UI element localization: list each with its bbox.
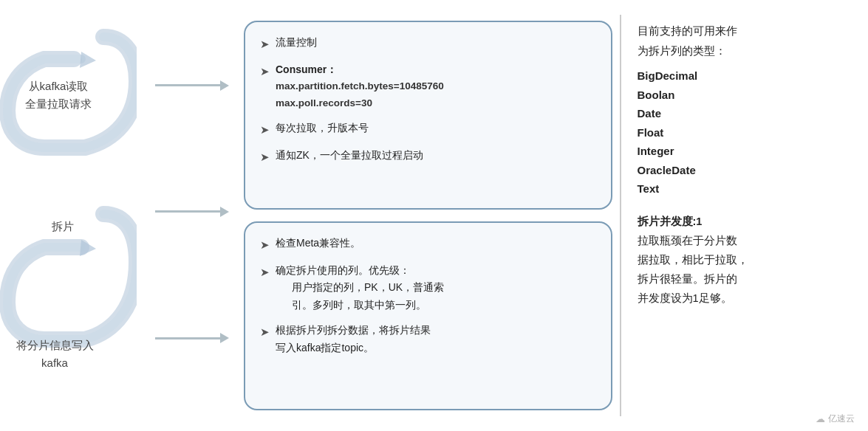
type-Integer: Integer (638, 142, 855, 161)
bullet-icon-3: ➤ (260, 120, 270, 139)
top-box-item-3: ➤ 每次拉取，升版本号 (260, 120, 596, 139)
type-Boolan: Boolan (638, 86, 855, 105)
bottom-item-2-text: 确定拆片使用的列。优先级： 用户指定的列，PK，UK，普通索引。多列时，取其中第… (276, 262, 596, 314)
left-section: 从kafka读取 全量拉取请求 拆片 将分片信息写入 kafka (0, 7, 148, 424)
watermark-text: 亿速云 (828, 413, 855, 425)
arrow-bottom (155, 333, 229, 343)
right-intro: 目前支持的可用来作 为拆片列的类型： (638, 21, 855, 61)
watermark: ☁ 亿速云 (816, 413, 855, 425)
bullet-icon-1: ➤ (260, 35, 270, 54)
label-kafka-write: 将分片信息写入 kafka (3, 337, 106, 372)
top-box-item-1: ➤ 流量控制 (260, 34, 596, 54)
svg-marker-1 (80, 240, 96, 256)
bottom-box-item-3: ➤ 根据拆片列拆分数据，将拆片结果写入kafka指定topic。 (260, 322, 596, 357)
watermark-icon: ☁ (816, 413, 825, 424)
type-Date: Date (638, 104, 855, 123)
arrows-column (148, 7, 236, 424)
info-boxes: ➤ 流量控制 ➤ Consumer： max.partition.fetch.b… (236, 7, 620, 424)
top-item-1-text: 流量控制 (276, 34, 596, 52)
bottom-item-1-text: 检查Meta兼容性。 (276, 235, 596, 252)
top-item-4-text: 通知ZK，一个全量拉取过程启动 (276, 147, 596, 165)
top-item-3-text: 每次拉取，升版本号 (276, 120, 596, 137)
svg-marker-0 (80, 52, 96, 68)
bullet-icon-5: ➤ (260, 235, 270, 255)
top-box-item-2: ➤ Consumer： max.partition.fetch.bytes=10… (260, 61, 596, 113)
bottom-box-item-2: ➤ 确定拆片使用的列。优先级： 用户指定的列，PK，UK，普通索引。多列时，取其… (260, 262, 596, 314)
bottom-item-3-text: 根据拆片列拆分数据，将拆片结果写入kafka指定topic。 (276, 322, 596, 357)
top-info-box: ➤ 流量控制 ➤ Consumer： max.partition.fetch.b… (244, 21, 612, 210)
bottom-item-2-indent: 用户指定的列，PK，UK，普通索引。多列时，取其中第一列。 (276, 279, 596, 314)
type-BigDecimal: BigDecimal (638, 66, 855, 86)
type-Float: Float (638, 123, 855, 142)
right-desc: 拆片并发度:1 拉取瓶颈在于分片数 据拉取，相比于拉取， 拆片很轻量。拆片的 并… (638, 212, 855, 308)
arrow-top (155, 80, 229, 91)
bullet-icon-2: ➤ (260, 62, 270, 81)
concurrency-label: 拆片并发度:1 (638, 216, 703, 227)
type-list: BigDecimal Boolan Date Float Integer Ora… (638, 66, 855, 199)
type-OracleDate: OracleDate (638, 161, 855, 180)
consumer-params: max.partition.fetch.bytes=10485760max.po… (276, 78, 596, 112)
bullet-icon-7: ➤ (260, 323, 270, 342)
right-panel: 目前支持的可用来作 为拆片列的类型： BigDecimal Boolan Dat… (621, 7, 868, 424)
bullet-icon-6: ➤ (260, 263, 270, 282)
label-shard: 拆片 (26, 218, 100, 235)
type-Text: Text (638, 179, 855, 199)
label-kafka-read: 从kafka读取 全量拉取请求 (10, 77, 106, 113)
top-item-2-text: Consumer： max.partition.fetch.bytes=1048… (276, 61, 596, 113)
consumer-label: Consumer： (276, 63, 337, 75)
bottom-box-item-1: ➤ 检查Meta兼容性。 (260, 235, 596, 255)
bullet-icon-4: ➤ (260, 148, 270, 167)
arrow-middle (155, 207, 229, 217)
bottom-info-box: ➤ 检查Meta兼容性。 ➤ 确定拆片使用的列。优先级： 用户指定的列，PK，U… (244, 221, 612, 410)
top-box-item-4: ➤ 通知ZK，一个全量拉取过程启动 (260, 147, 596, 167)
